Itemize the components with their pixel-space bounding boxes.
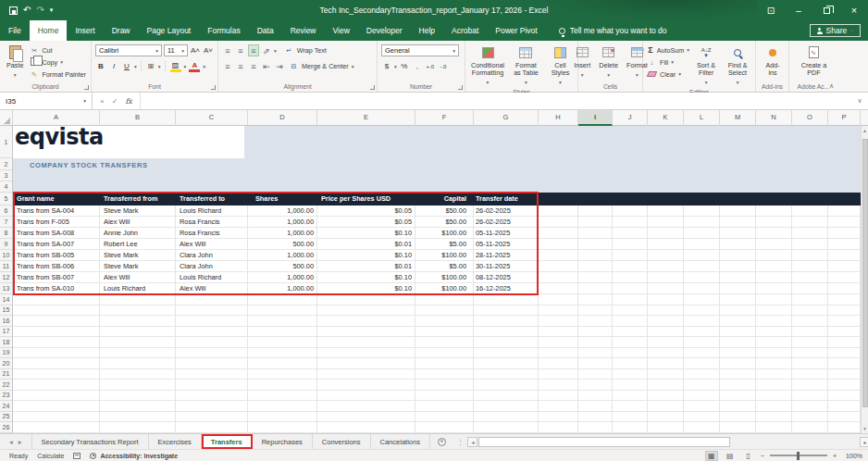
scroll-down-icon[interactable]: ▼ — [862, 424, 868, 433]
align-right-icon[interactable]: ≡ — [248, 60, 259, 72]
sheet-nav-right-icon[interactable]: ▸ — [19, 438, 22, 446]
row-header-15[interactable]: 15 — [0, 305, 12, 317]
row-header-14[interactable]: 14 — [0, 294, 12, 305]
table-cell[interactable]: $100.00 — [415, 283, 474, 294]
accounting-format-icon[interactable]: $ — [381, 60, 392, 72]
table-cell[interactable]: Louis Richard — [176, 272, 248, 283]
table-cell[interactable]: Rosa Francis — [176, 228, 248, 239]
increase-decimal-icon[interactable]: +.0 — [425, 60, 436, 72]
find-select-button[interactable]: Find & Select▾ — [723, 44, 752, 87]
table-cell[interactable]: 05-11-2025 — [474, 239, 539, 250]
row-header-21[interactable]: 21 — [0, 369, 12, 380]
row-header-10[interactable]: 10 — [0, 250, 12, 261]
zoom-in-icon[interactable]: + — [833, 453, 837, 459]
ribbon-tab-data[interactable]: Data — [249, 20, 282, 41]
ribbon-tab-power-pivot[interactable]: Power Pivot — [487, 20, 545, 41]
undo-icon[interactable]: ↶ — [23, 0, 31, 20]
column-header-A[interactable]: A — [13, 110, 100, 126]
scroll-left-icon[interactable]: ◂ — [467, 437, 477, 447]
table-cell[interactable]: 08-12-2025 — [474, 272, 539, 283]
bottom-align-icon[interactable]: ≡ — [248, 44, 259, 56]
table-cell[interactable]: Trans from SB-005 — [13, 250, 100, 261]
row-header-20[interactable]: 20 — [0, 358, 12, 369]
autosum-button[interactable]: ΣAutoSum ▾ — [647, 44, 689, 56]
table-cell[interactable]: Alex Will — [176, 239, 248, 250]
font-dialog-launcher[interactable] — [211, 85, 216, 90]
number-dialog-launcher[interactable] — [458, 85, 463, 90]
table-cell[interactable]: $0.01 — [317, 261, 415, 272]
row-header-6[interactable]: 6 — [0, 206, 12, 217]
create-pdf-button[interactable]: Create a PDF — [793, 44, 835, 81]
table-cell[interactable]: Trans from SB-007 — [13, 272, 100, 283]
column-header-H[interactable]: H — [539, 110, 578, 126]
column-header-C[interactable]: C — [176, 110, 248, 126]
table-cell[interactable]: 500.00 — [248, 261, 317, 272]
scroll-up-icon[interactable]: ▲ — [862, 126, 868, 135]
vertical-scrollbar[interactable]: ▲ ▼ — [861, 126, 868, 433]
table-cell[interactable]: Alex Will — [100, 272, 176, 283]
ribbon-tab-formulas[interactable]: Formulas — [199, 20, 248, 41]
table-cell[interactable]: Louis Richard — [176, 206, 248, 217]
font-name-select[interactable]: Calibri▾ — [95, 44, 162, 56]
row-header-13[interactable]: 13 — [0, 283, 12, 294]
sort-filter-button[interactable]: A↓Z▼ Sort & Filter▾ — [692, 44, 720, 87]
row-header-11[interactable]: 11 — [0, 261, 12, 272]
fill-color-icon[interactable]: ▨ — [169, 60, 182, 72]
table-cell[interactable]: $0.10 — [317, 272, 415, 283]
italic-button[interactable]: I — [108, 60, 119, 72]
select-all-corner[interactable] — [0, 110, 13, 126]
sheet-tab-transfers[interactable]: Transfers — [202, 434, 253, 449]
row-header-5[interactable]: 5 — [0, 193, 12, 206]
table-cell[interactable]: 16-12-2025 — [474, 283, 539, 294]
table-cell[interactable]: $100.00 — [415, 272, 474, 283]
table-cell[interactable]: 05-11-2025 — [474, 228, 539, 239]
column-header-G[interactable]: G — [474, 110, 539, 126]
table-cell[interactable]: $0.05 — [317, 206, 415, 217]
row-header-19[interactable]: 19 — [0, 348, 12, 359]
calculate-indicator[interactable]: Calculate — [37, 453, 64, 459]
font-size-select[interactable]: 11▾ — [164, 44, 188, 56]
zoom-slider[interactable] — [770, 455, 827, 456]
table-cell[interactable]: Robert Lee — [100, 239, 176, 250]
expand-formula-bar-icon[interactable]: ∨ — [851, 93, 868, 109]
table-cell[interactable]: Annie John — [100, 228, 176, 239]
comma-style-icon[interactable]: , — [412, 60, 423, 72]
tell-me-box[interactable]: Tell me what you want to do — [559, 26, 667, 35]
ribbon-tab-help[interactable]: Help — [411, 20, 443, 41]
horizontal-scrollbar[interactable]: ◂ ▸ — [467, 434, 868, 449]
clear-button[interactable]: Clear ▾ — [647, 69, 689, 80]
table-cell[interactable]: 26-02-2025 — [474, 206, 539, 217]
zoom-level[interactable]: 100% — [842, 453, 862, 459]
center-icon[interactable]: ≡ — [235, 60, 246, 72]
sheet-tab-secondary-transactions-report[interactable]: Secondary Transactions Report — [31, 434, 149, 449]
table-cell[interactable]: $100.00 — [415, 228, 474, 239]
row-header-12[interactable]: 12 — [0, 272, 12, 283]
vertical-scroll-thumb[interactable] — [862, 139, 868, 407]
borders-icon[interactable]: ⊞ — [145, 60, 156, 72]
row-header-17[interactable]: 17 — [0, 327, 12, 338]
row-header-8[interactable]: 8 — [0, 228, 12, 239]
sheet-tab-repurchases[interactable]: Repurchases — [253, 434, 313, 449]
bold-button[interactable]: B — [95, 60, 106, 72]
page-layout-view-icon[interactable]: ▤ — [724, 451, 737, 461]
cut-button[interactable]: ✂Cut — [29, 44, 86, 56]
table-cell[interactable]: Trans from SA-008 — [13, 228, 100, 239]
ribbon-tab-developer[interactable]: Developer — [358, 20, 411, 41]
macro-record-icon[interactable] — [73, 453, 81, 459]
conditional-formatting-button[interactable]: Conditional Formatting▾ — [469, 44, 506, 87]
merge-center-button[interactable]: ⊟Merge & Center ▾ — [289, 61, 354, 72]
font-color-icon[interactable]: A — [188, 60, 201, 72]
insert-function-icon[interactable]: fx — [125, 97, 131, 106]
table-cell[interactable]: Clara John — [176, 261, 248, 272]
table-cell[interactable]: $0.10 — [317, 250, 415, 261]
insert-cells-button[interactable]: Insert▾ — [571, 44, 593, 81]
table-cell[interactable]: 1,000.00 — [248, 217, 317, 228]
table-cell[interactable]: 500.00 — [248, 239, 317, 250]
table-cell[interactable]: Trans from F-005 — [13, 217, 100, 228]
collapse-ribbon-icon[interactable]: ∧ — [829, 82, 834, 90]
percent-style-icon[interactable]: % — [399, 60, 410, 72]
horizontal-scroll-thumb[interactable] — [478, 437, 730, 447]
minimize-icon[interactable]: – — [785, 0, 812, 20]
ribbon-tab-page-layout[interactable]: Page Layout — [139, 20, 200, 41]
new-sheet-button[interactable]: + — [430, 434, 453, 449]
